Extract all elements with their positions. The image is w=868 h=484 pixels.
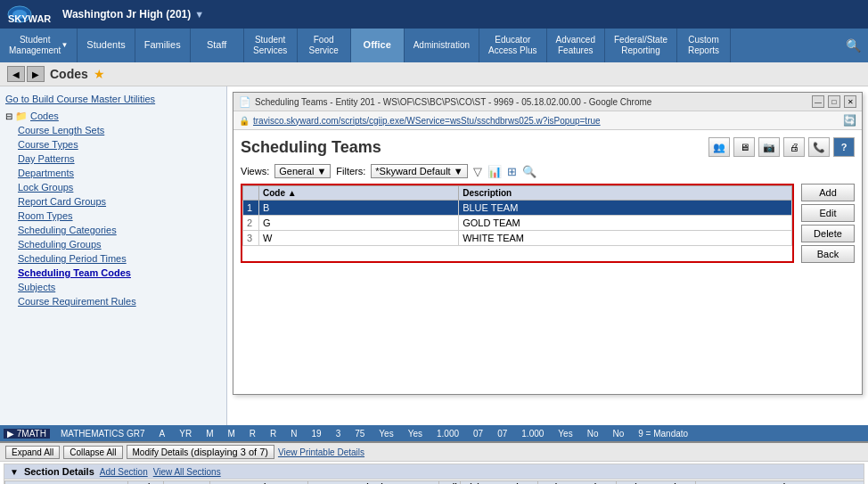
- col-description-header[interactable]: Description: [459, 186, 792, 201]
- grid-icon[interactable]: ⊞: [507, 165, 517, 178]
- sidebar-item-scheduling-categories[interactable]: Scheduling Categories: [18, 223, 221, 237]
- sidebar-item-scheduling-period-times[interactable]: Scheduling Period Times: [18, 251, 221, 266]
- sidebar-item-course-types[interactable]: Course Types: [18, 137, 221, 152]
- nav-staff[interactable]: Staff: [191, 29, 244, 62]
- scheduling-team-row[interactable]: 1 B BLUE TEAM: [243, 201, 792, 216]
- browser-close-button[interactable]: ✕: [844, 95, 856, 108]
- main-content: Go to Build Course Master Utilities ⊟ 📁 …: [0, 86, 868, 425]
- status-9-mandato: 9 = Mandato: [635, 429, 692, 439]
- nav-food-service[interactable]: FoodService: [298, 29, 351, 62]
- sidebar-item-course-requirement-rules[interactable]: Course Requirement Rules: [18, 294, 221, 308]
- scheduling-teams-table-wrapper: Code ▲ Description 1 B BLUE TEAM 2 G GOL…: [241, 184, 855, 263]
- status-19: 19: [308, 429, 325, 439]
- delete-button[interactable]: Delete: [801, 225, 855, 242]
- breadcrumb-nav: ◀ ▶: [7, 66, 45, 82]
- browser-address[interactable]: travisco.skyward.com/scripts/cgiip.exe/W…: [253, 116, 836, 126]
- favorite-star-icon[interactable]: ★: [94, 67, 105, 81]
- sidebar-item-day-patterns[interactable]: Day Patterns: [18, 152, 221, 166]
- sec-col-control-set[interactable]: Control Set: [210, 480, 308, 484]
- sidebar-item-scheduling-team-codes[interactable]: Scheduling Team Codes: [18, 266, 221, 280]
- school-dropdown-icon[interactable]: ▼: [194, 9, 204, 20]
- nav-educator-access-plus[interactable]: EducatorAccess Plus: [479, 29, 546, 62]
- view-printable-link[interactable]: View Printable Details: [278, 447, 364, 457]
- sidebar-item-report-card-groups[interactable]: Report Card Groups: [18, 194, 221, 209]
- filters-dropdown[interactable]: *Skyward Default ▼: [371, 164, 467, 178]
- sec-col-teacher[interactable]: Teacher: [696, 480, 864, 484]
- sidebar-item-departments[interactable]: Departments: [18, 166, 221, 180]
- status-07b: 07: [494, 429, 511, 439]
- nav-student-services[interactable]: StudentServices: [244, 29, 298, 62]
- main-panel: 📄 Scheduling Teams - Entity 201 - WS\OF\…: [227, 86, 868, 425]
- nav-administration[interactable]: Administration: [405, 29, 479, 62]
- view-all-sections-link[interactable]: View All Sections: [153, 467, 221, 477]
- chart-icon[interactable]: 📊: [487, 165, 502, 178]
- section-table: Section Status Control Set Calendar Bell…: [4, 480, 864, 484]
- search-icon[interactable]: 🔍: [846, 38, 861, 53]
- sidebar-item-course-length-sets[interactable]: Course Length Sets: [18, 123, 221, 137]
- col-code-header[interactable]: Code ▲: [259, 186, 459, 201]
- sec-col-status[interactable]: Status: [163, 480, 210, 484]
- icon-people[interactable]: 👥: [708, 137, 730, 157]
- browser-minimize-button[interactable]: —: [812, 95, 824, 108]
- back-nav-button[interactable]: ◀: [7, 66, 25, 82]
- icon-monitor[interactable]: 🖥: [733, 137, 755, 157]
- nav-search-area[interactable]: 🔍: [839, 29, 868, 62]
- modify-details-button[interactable]: Modify Details (displaying 3 of 7): [127, 445, 274, 459]
- sec-col-bell[interactable]: Bell: [439, 480, 461, 484]
- add-button[interactable]: Add: [801, 184, 855, 201]
- scheduling-team-row[interactable]: 3 W WHITE TEAM: [243, 231, 792, 246]
- icon-help[interactable]: ?: [833, 137, 855, 157]
- sec-col-opt[interactable]: Optimum Students: [538, 480, 617, 484]
- icon-phone[interactable]: 📞: [808, 137, 830, 157]
- scheduling-teams-panel: Scheduling Teams 👥 🖥 📷 🖨 📞 ? Views: Gene…: [233, 130, 862, 394]
- sidebar-item-lock-groups[interactable]: Lock Groups: [18, 180, 221, 194]
- nav-families[interactable]: Families: [135, 29, 191, 62]
- section-details-header: ▼ Section Details Add Section View All S…: [4, 464, 864, 480]
- add-section-link[interactable]: Add Section: [100, 467, 148, 477]
- scheduling-teams-title: Scheduling Teams: [241, 138, 381, 157]
- sidebar-codes-folder[interactable]: ⊟ 📁 Codes: [5, 109, 221, 123]
- status-yes3: Yes: [554, 429, 576, 439]
- browser-maximize-button[interactable]: □: [828, 95, 840, 108]
- status-m2: M: [225, 429, 239, 439]
- col-num-header: [243, 186, 259, 201]
- back-button[interactable]: Back: [801, 245, 855, 263]
- icon-print[interactable]: 🖨: [783, 137, 805, 157]
- sidebar-item-subjects[interactable]: Subjects: [18, 280, 221, 294]
- sidebar: Go to Build Course Master Utilities ⊟ 📁 …: [0, 86, 227, 425]
- icon-camera[interactable]: 📷: [758, 137, 780, 157]
- expand-all-button[interactable]: Expand All: [5, 446, 60, 459]
- filters-label: Filters:: [336, 166, 365, 176]
- status-3: 3: [332, 429, 345, 439]
- collapse-all-button[interactable]: Collapse All: [63, 446, 122, 459]
- views-dropdown[interactable]: General ▼: [274, 164, 331, 178]
- scheduling-teams-table: Code ▲ Description 1 B BLUE TEAM 2 G GOL…: [242, 185, 792, 246]
- sidebar-codes-label[interactable]: Codes: [30, 110, 59, 122]
- row-num: 1: [243, 201, 259, 216]
- edit-button[interactable]: Edit: [801, 204, 855, 222]
- scheduling-team-row[interactable]: 2 G GOLD TEAM: [243, 216, 792, 231]
- nav-custom-reports[interactable]: CustomReports: [677, 29, 731, 62]
- section-expand-icon[interactable]: ▼: [10, 467, 19, 477]
- nav-federal-state-reporting[interactable]: Federal/StateReporting: [605, 29, 677, 62]
- sidebar-utility-link[interactable]: Go to Build Course Master Utilities: [5, 92, 221, 106]
- nav-office[interactable]: Office: [351, 29, 405, 62]
- sec-col-calendar[interactable]: Calendar: [307, 480, 438, 484]
- sidebar-item-scheduling-groups[interactable]: Scheduling Groups: [18, 237, 221, 251]
- sec-col-min[interactable]: Minimum Students: [460, 480, 538, 484]
- sec-col-section[interactable]: Section: [128, 480, 164, 484]
- folder-icon: 📁: [15, 111, 28, 122]
- team-code: W: [259, 231, 459, 246]
- status-1000b: 1.000: [518, 429, 547, 439]
- sidebar-item-room-types[interactable]: Room Types: [18, 209, 221, 223]
- action-buttons: Add Edit Delete Back: [801, 184, 855, 263]
- nav-advanced-features[interactable]: AdvancedFeatures: [547, 29, 605, 62]
- forward-nav-button[interactable]: ▶: [27, 66, 45, 82]
- nav-student-management[interactable]: StudentManagement ▼: [0, 29, 78, 62]
- magnify-icon[interactable]: 🔍: [522, 165, 536, 178]
- refresh-icon[interactable]: 🔄: [843, 114, 856, 127]
- bottom-section: Expand All Collapse All Modify Details (…: [0, 441, 868, 484]
- nav-students[interactable]: Students: [78, 29, 135, 62]
- sec-col-max[interactable]: Maximum Students: [616, 480, 696, 484]
- filter-icon[interactable]: ▽: [473, 165, 482, 178]
